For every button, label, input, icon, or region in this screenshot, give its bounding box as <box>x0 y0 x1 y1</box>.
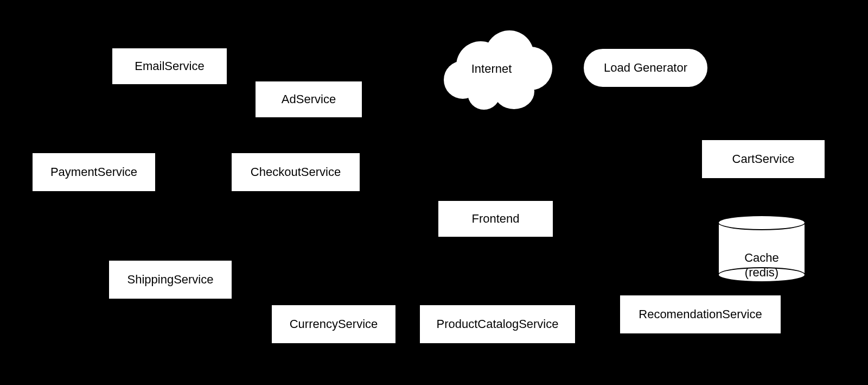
node-label: Internet <box>471 62 512 75</box>
node-recommendation-service: RecomendationService <box>619 294 782 334</box>
node-product-catalog-service: ProductCatalogService <box>419 304 576 344</box>
node-label: AdService <box>282 92 336 106</box>
node-label: ProductCatalogService <box>436 317 558 331</box>
node-label: PaymentService <box>50 165 137 179</box>
node-label: ShippingService <box>127 273 214 287</box>
node-currency-service: CurrencyService <box>271 304 397 344</box>
node-checkout-service: CheckoutService <box>231 152 361 192</box>
node-load-generator: Load Generator <box>583 48 709 88</box>
node-frontend: Frontend <box>437 200 554 238</box>
node-internet: Internet <box>437 30 546 106</box>
node-label: EmailService <box>135 59 204 73</box>
node-ad-service: AdService <box>254 80 363 118</box>
node-label: CartService <box>732 152 795 166</box>
node-label: Frontend <box>471 212 519 226</box>
node-cache-redis: Cache (redis) <box>718 215 806 282</box>
node-cart-service: CartService <box>701 139 826 179</box>
node-label: CurrencyService <box>290 317 378 331</box>
node-label: RecomendationService <box>639 307 762 321</box>
node-payment-service: PaymentService <box>31 152 156 192</box>
node-label: Load Generator <box>604 61 687 75</box>
node-label: Cache (redis) <box>744 251 779 279</box>
node-label: CheckoutService <box>251 165 341 179</box>
node-shipping-service: ShippingService <box>108 260 233 300</box>
diagram-canvas: EmailService AdService Internet Load Gen… <box>0 0 868 385</box>
node-email-service: EmailService <box>111 47 228 85</box>
